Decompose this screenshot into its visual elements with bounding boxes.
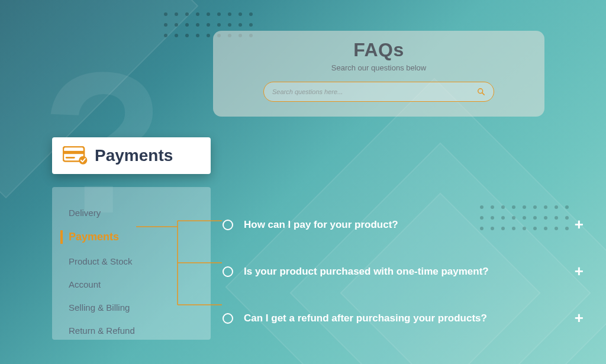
expand-icon[interactable]: + bbox=[575, 215, 584, 234]
svg-point-29 bbox=[501, 205, 505, 209]
svg-line-55 bbox=[482, 93, 485, 95]
questions-list: How can I pay for your product? + Is you… bbox=[223, 215, 584, 356]
svg-point-0 bbox=[164, 12, 167, 16]
svg-point-21 bbox=[196, 34, 199, 37]
svg-point-22 bbox=[207, 34, 210, 37]
page-subtitle: Search our questions below bbox=[331, 63, 426, 72]
search-icon bbox=[477, 88, 485, 96]
svg-point-9 bbox=[164, 23, 167, 27]
svg-point-13 bbox=[207, 23, 210, 27]
svg-point-10 bbox=[175, 23, 178, 27]
svg-point-7 bbox=[238, 12, 242, 16]
svg-point-19 bbox=[175, 34, 178, 37]
svg-point-28 bbox=[491, 205, 494, 209]
svg-point-3 bbox=[196, 12, 199, 16]
svg-point-14 bbox=[217, 23, 221, 27]
faq-question-row[interactable]: Can I get a refund after purchasing your… bbox=[223, 309, 584, 327]
page-title: FAQs bbox=[353, 39, 404, 61]
connector-lines bbox=[136, 195, 234, 326]
active-category-card: Payments bbox=[52, 137, 211, 174]
svg-point-18 bbox=[164, 34, 167, 37]
svg-point-34 bbox=[555, 205, 558, 209]
svg-point-32 bbox=[533, 205, 537, 209]
active-category-label: Payments bbox=[95, 146, 173, 165]
svg-point-27 bbox=[480, 205, 483, 209]
svg-point-35 bbox=[565, 205, 569, 209]
svg-point-15 bbox=[228, 23, 231, 27]
svg-point-4 bbox=[207, 12, 210, 16]
svg-point-30 bbox=[512, 205, 515, 209]
faq-question-row[interactable]: Is your product purchased with one-time … bbox=[223, 262, 584, 281]
svg-point-31 bbox=[523, 205, 526, 209]
search-field-wrapper[interactable] bbox=[263, 82, 494, 102]
svg-point-11 bbox=[185, 23, 189, 27]
faq-question-row[interactable]: How can I pay for your product? + bbox=[223, 215, 584, 234]
credit-card-icon bbox=[63, 146, 89, 165]
svg-point-59 bbox=[79, 156, 87, 165]
question-text: How can I pay for your product? bbox=[244, 219, 568, 231]
expand-icon[interactable]: + bbox=[575, 262, 584, 281]
svg-point-2 bbox=[185, 12, 189, 16]
question-text: Is your product purchased with one-time … bbox=[244, 266, 568, 278]
svg-rect-57 bbox=[63, 151, 84, 154]
faq-search-card: FAQs Search our questions below bbox=[213, 31, 544, 117]
expand-icon[interactable]: + bbox=[575, 309, 584, 327]
search-input[interactable] bbox=[272, 88, 477, 96]
svg-point-33 bbox=[544, 205, 547, 209]
svg-point-1 bbox=[175, 12, 178, 16]
svg-point-8 bbox=[249, 12, 253, 16]
svg-point-5 bbox=[217, 12, 221, 16]
svg-point-17 bbox=[249, 23, 253, 27]
svg-point-12 bbox=[196, 23, 199, 27]
question-text: Can I get a refund after purchasing your… bbox=[244, 313, 568, 324]
svg-point-6 bbox=[228, 12, 231, 16]
svg-point-20 bbox=[185, 34, 189, 37]
svg-point-16 bbox=[238, 23, 242, 27]
